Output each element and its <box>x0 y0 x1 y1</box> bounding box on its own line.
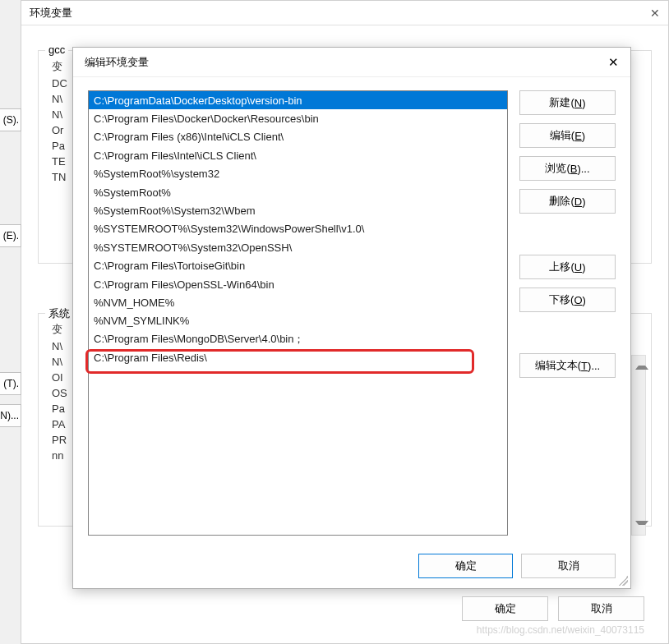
path-item[interactable]: C:\Program Files\OpenSSL-Win64\bin <box>89 275 507 293</box>
dialog-footer: 确定 取消 <box>73 544 630 588</box>
path-item[interactable]: C:\Program Files\Redis\ <box>89 348 507 366</box>
groupbox-label-user: gcc <box>45 44 68 56</box>
path-item[interactable]: %SystemRoot% <box>89 183 507 201</box>
dialog-body: C:\ProgramData\DockerDesktop\version-bin… <box>73 77 630 544</box>
path-item[interactable]: %NVM_HOME% <box>89 293 507 311</box>
path-item[interactable]: %SYSTEMROOT%\System32\WindowsPowerShell\… <box>89 220 507 238</box>
new-button[interactable]: 新建(N) <box>519 90 616 115</box>
groupbox-label-system: 系统 <box>45 306 73 321</box>
resize-grip-icon[interactable] <box>618 576 628 586</box>
watermark-text: https://blog.csdn.net/weixin_40073115 <box>477 624 644 636</box>
path-item[interactable]: C:\ProgramData\DockerDesktop\version-bin <box>89 91 507 109</box>
side-btn-s[interactable]: (S). <box>0 108 21 131</box>
side-btn-n[interactable]: N)... <box>0 404 21 427</box>
scrollbar-hint[interactable] <box>631 355 646 536</box>
path-item[interactable]: %SystemRoot%\System32\Wbem <box>89 201 507 219</box>
path-item[interactable]: %SYSTEMROOT%\System32\OpenSSH\ <box>89 238 507 256</box>
path-item[interactable]: C:\Program Files\TortoiseGit\bin <box>89 257 507 275</box>
delete-button[interactable]: 删除(D) <box>519 189 616 214</box>
side-btn-t[interactable]: (T). <box>0 372 21 395</box>
move-up-button[interactable]: 上移(U) <box>519 255 616 279</box>
browse-button[interactable]: 浏览(B)... <box>519 156 616 181</box>
path-item[interactable]: C:\Program Files\Docker\Docker\Resources… <box>89 109 507 127</box>
path-item[interactable]: C:\Program Files\MongoDB\Server\4.0\bin； <box>89 330 507 348</box>
path-item[interactable]: %NVM_SYMLINK% <box>89 312 507 330</box>
dialog-title: 编辑环境变量 <box>85 55 149 70</box>
path-item[interactable]: %SystemRoot%\system32 <box>89 165 507 183</box>
move-down-button[interactable]: 下移(O) <box>519 288 616 312</box>
path-item[interactable]: C:\Program Files (x86)\Intel\iCLS Client… <box>89 128 507 146</box>
ok-button[interactable]: 确定 <box>418 554 513 578</box>
edit-env-var-dialog: 编辑环境变量 ✕ C:\ProgramData\DockerDesktop\ve… <box>72 47 631 589</box>
side-btn-e[interactable]: (E). <box>0 224 21 247</box>
path-item[interactable]: C:\Program Files\Intel\iCLS Client\ <box>89 146 507 164</box>
edit-text-button[interactable]: 编辑文本(T)... <box>519 353 616 378</box>
bg-titlebar: 环境变量 ✕ <box>21 1 668 25</box>
close-icon[interactable]: ✕ <box>650 7 660 20</box>
outer-ok-button[interactable]: 确定 <box>462 596 548 621</box>
dialog-titlebar: 编辑环境变量 ✕ <box>73 48 630 77</box>
edit-button[interactable]: 编辑(E) <box>519 123 616 148</box>
cancel-button[interactable]: 取消 <box>521 554 616 578</box>
outer-cancel-button[interactable]: 取消 <box>558 596 644 621</box>
path-list[interactable]: C:\ProgramData\DockerDesktop\version-bin… <box>88 90 508 536</box>
close-icon[interactable]: ✕ <box>608 55 619 70</box>
button-column: 新建(N) 编辑(E) 浏览(B)... 删除(D) 上移(U) 下移(O) 编… <box>519 90 616 536</box>
bg-window-title: 环境变量 <box>30 6 72 21</box>
outer-footer: 确定 取消 <box>462 596 644 621</box>
